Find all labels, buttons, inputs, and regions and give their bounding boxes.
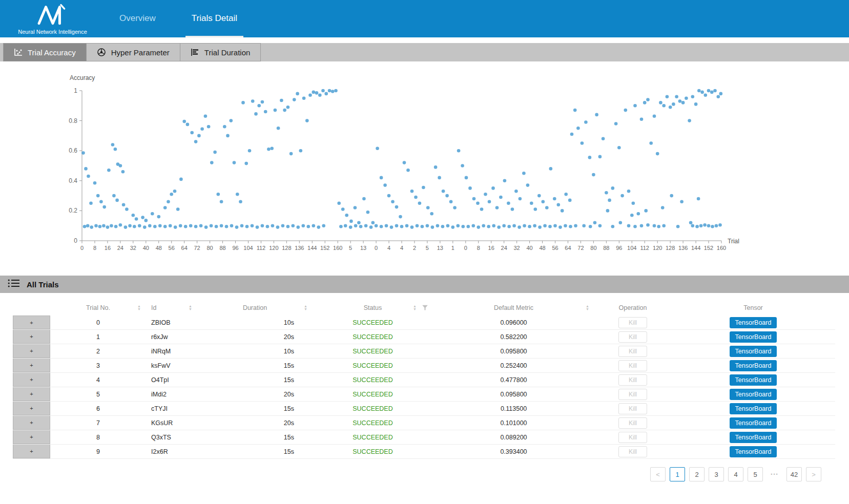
scatter-point[interactable] xyxy=(204,225,208,229)
scatter-point[interactable] xyxy=(519,197,522,201)
scatter-point[interactable] xyxy=(637,212,640,216)
tab-hyper-parameter[interactable]: Hyper Parameter xyxy=(87,43,180,61)
column-header-id[interactable]: Id▲▼ xyxy=(146,300,197,316)
scatter-point[interactable] xyxy=(199,224,203,227)
scatter-point[interactable] xyxy=(670,194,673,198)
scatter-point[interactable] xyxy=(395,205,399,209)
scatter-point[interactable] xyxy=(632,202,635,205)
scatter-point[interactable] xyxy=(482,224,485,227)
scatter-point[interactable] xyxy=(207,125,211,129)
scatter-point[interactable] xyxy=(717,95,720,98)
column-header-status[interactable]: Status▲▼ xyxy=(313,300,433,316)
scatter-point[interactable] xyxy=(292,224,295,227)
scatter-point[interactable] xyxy=(568,199,572,202)
scatter-point[interactable] xyxy=(391,200,395,204)
scatter-point[interactable] xyxy=(453,206,457,209)
scatter-point[interactable] xyxy=(542,200,545,204)
scatter-point[interactable] xyxy=(653,115,656,118)
scatter-point[interactable] xyxy=(93,181,97,185)
scatter-point[interactable] xyxy=(528,225,531,228)
scatter-point[interactable] xyxy=(322,224,325,227)
scatter-point[interactable] xyxy=(421,225,424,228)
scatter-point[interactable] xyxy=(602,137,605,141)
scatter-point[interactable] xyxy=(480,207,484,211)
scatter-point[interactable] xyxy=(619,221,623,225)
scatter-point[interactable] xyxy=(102,224,106,227)
kill-button[interactable]: Kill xyxy=(618,317,647,328)
scatter-point[interactable] xyxy=(649,141,653,145)
tensorboard-button[interactable]: TensorBoard xyxy=(730,374,777,386)
scatter-point[interactable] xyxy=(395,224,399,227)
scatter-point[interactable] xyxy=(289,152,293,156)
expand-row-button[interactable]: + xyxy=(13,387,50,401)
scatter-point[interactable] xyxy=(449,200,453,204)
scatter-point[interactable] xyxy=(230,119,233,122)
page-button-5[interactable]: 5 xyxy=(748,467,763,481)
scatter-point[interactable] xyxy=(106,225,110,229)
scatter-point[interactable] xyxy=(151,212,154,216)
scatter-point[interactable] xyxy=(83,225,87,228)
status-sort-button[interactable]: ▲▼ xyxy=(413,305,417,311)
scatter-point[interactable] xyxy=(484,193,487,196)
scatter-point[interactable] xyxy=(707,89,711,93)
page-button-1[interactable]: 1 xyxy=(670,467,685,481)
scatter-point[interactable] xyxy=(499,196,503,199)
scatter-point[interactable] xyxy=(688,119,691,122)
scatter-point[interactable] xyxy=(339,225,343,228)
tensorboard-button[interactable]: TensorBoard xyxy=(730,317,777,328)
scatter-point[interactable] xyxy=(691,95,695,98)
scatter-point[interactable] xyxy=(210,224,213,227)
scatter-point[interactable] xyxy=(630,214,634,217)
scatter-point[interactable] xyxy=(179,224,182,227)
tensorboard-button[interactable]: TensorBoard xyxy=(730,389,777,400)
scatter-point[interactable] xyxy=(685,96,688,100)
scatter-point[interactable] xyxy=(426,206,430,209)
scatter-point[interactable] xyxy=(337,202,341,205)
scatter-point[interactable] xyxy=(526,183,530,187)
scatter-point[interactable] xyxy=(646,223,650,227)
scatter-point[interactable] xyxy=(503,179,507,183)
scatter-point[interactable] xyxy=(261,224,264,227)
scatter-point[interactable] xyxy=(507,202,510,205)
scatter-point[interactable] xyxy=(436,224,440,227)
scatter-point[interactable] xyxy=(614,122,618,125)
scatter-point[interactable] xyxy=(197,134,201,138)
scatter-point[interactable] xyxy=(588,156,592,159)
scatter-point[interactable] xyxy=(646,98,650,101)
scatter-point[interactable] xyxy=(675,95,678,98)
scatter-point[interactable] xyxy=(426,224,429,227)
scatter-point[interactable] xyxy=(248,149,252,153)
scatter-point[interactable] xyxy=(293,98,296,101)
column-header-duration[interactable]: Duration▲▼ xyxy=(197,300,313,316)
scatter-point[interactable] xyxy=(158,224,162,227)
scatter-point[interactable] xyxy=(468,186,472,190)
scatter-point[interactable] xyxy=(538,225,542,229)
scatter-point[interactable] xyxy=(662,224,666,227)
scatter-point[interactable] xyxy=(593,221,597,225)
scatter-point[interactable] xyxy=(81,151,85,155)
kill-button[interactable]: Kill xyxy=(618,346,647,357)
scatter-point[interactable] xyxy=(132,214,135,217)
scatter-point[interactable] xyxy=(534,207,537,211)
tensorboard-button[interactable]: TensorBoard xyxy=(730,360,777,371)
scatter-point[interactable] xyxy=(703,223,707,227)
tensorboard-button[interactable]: TensorBoard xyxy=(730,346,777,357)
scatter-point[interactable] xyxy=(676,225,680,228)
scatter-point[interactable] xyxy=(96,194,100,198)
scatter-point[interactable] xyxy=(461,164,464,167)
scatter-point[interactable] xyxy=(570,133,574,136)
scatter-point[interactable] xyxy=(176,207,180,211)
scatter-point[interactable] xyxy=(656,152,659,156)
scatter-point[interactable] xyxy=(592,173,595,177)
scatter-point[interactable] xyxy=(399,215,402,219)
scatter-point[interactable] xyxy=(472,197,476,201)
scatter-point[interactable] xyxy=(114,225,118,228)
scatter-point[interactable] xyxy=(321,89,325,93)
scatter-point[interactable] xyxy=(274,109,277,112)
scatter-point[interactable] xyxy=(606,209,610,213)
scatter-point[interactable] xyxy=(584,120,588,124)
scatter-point[interactable] xyxy=(266,225,270,228)
scatter-point[interactable] xyxy=(564,224,567,227)
scatter-point[interactable] xyxy=(184,225,188,228)
scatter-point[interactable] xyxy=(383,183,387,187)
